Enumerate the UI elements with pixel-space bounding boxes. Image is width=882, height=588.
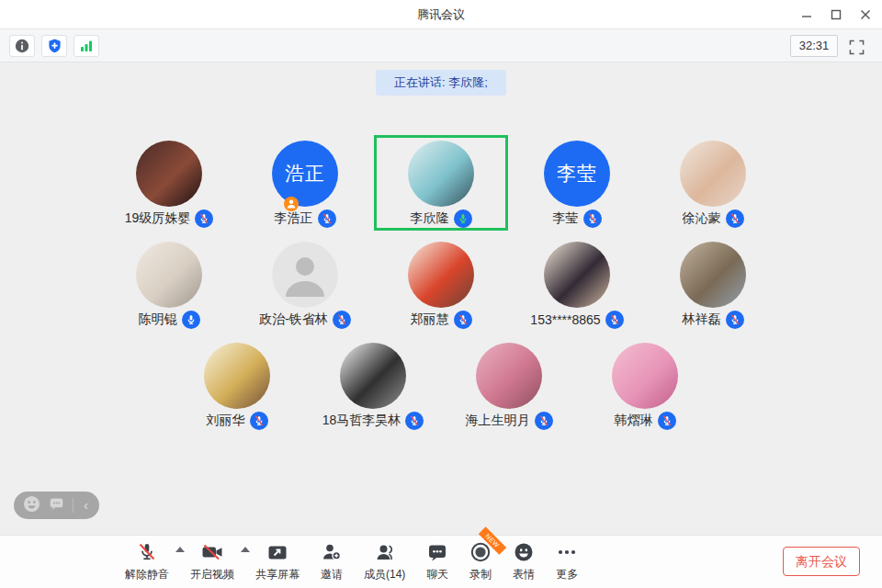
avatar: 李莹 bbox=[544, 141, 610, 207]
toolbar-item-camera[interactable]: 开启视频 bbox=[190, 540, 234, 582]
title-bar: 腾讯会议 bbox=[0, 0, 882, 29]
avatar bbox=[136, 242, 202, 308]
security-button[interactable] bbox=[41, 35, 67, 57]
minimize-button[interactable] bbox=[797, 6, 816, 24]
participant-name: 郑丽慧 bbox=[411, 311, 449, 328]
network-signal-button[interactable] bbox=[74, 35, 99, 57]
members-icon bbox=[374, 540, 396, 564]
chat-bubble-icon bbox=[426, 540, 448, 564]
participant-tile[interactable]: 刘丽华 bbox=[169, 336, 305, 435]
name-row: 韩熠琳 bbox=[615, 411, 676, 431]
camera-options-arrow[interactable] bbox=[241, 547, 250, 552]
toolbar-label: 共享屏幕 bbox=[255, 567, 300, 582]
participant-row-2: 陈明锟 政治-铁省林 bbox=[0, 235, 882, 334]
info-buttons bbox=[9, 35, 99, 57]
pill-divider bbox=[73, 498, 74, 513]
participant-tile[interactable]: 18马哲李昊林 bbox=[305, 336, 441, 435]
fullscreen-icon bbox=[849, 40, 865, 55]
participant-tile[interactable]: 林祥磊 bbox=[645, 235, 781, 334]
mic-status-icon bbox=[182, 311, 200, 329]
mic-muted-icon bbox=[136, 540, 158, 564]
meeting-info-bar: 32:31 bbox=[0, 29, 882, 62]
avatar-wrap bbox=[136, 141, 202, 207]
toolbar-item-chat[interactable]: 聊天 bbox=[426, 540, 448, 582]
name-row: 18马哲李昊林 bbox=[322, 411, 424, 431]
participant-tile[interactable]: 19级厉姝婴 bbox=[101, 134, 237, 233]
avatar bbox=[204, 343, 270, 409]
name-row: 153****8865 bbox=[530, 310, 623, 330]
avatar-wrap bbox=[204, 343, 270, 409]
toolbar-label: 邀请 bbox=[321, 567, 343, 582]
speaking-banner: 正在讲话: 李欣隆; bbox=[376, 70, 506, 96]
fullscreen-button[interactable] bbox=[847, 38, 865, 56]
participant-row-1: 19级厉姝婴 浩正 bbox=[0, 134, 882, 233]
toolbar-item-invite[interactable]: 邀请 bbox=[321, 540, 343, 582]
participant-tile[interactable]: 韩熠琳 bbox=[577, 336, 713, 435]
toolbar-item-unmute[interactable]: 解除静音 bbox=[125, 540, 169, 582]
avatar-wrap bbox=[680, 242, 746, 308]
avatar-wrap bbox=[340, 343, 406, 409]
emoji-reaction-icon[interactable] bbox=[23, 495, 40, 516]
window-title: 腾讯会议 bbox=[0, 0, 882, 29]
participant-tile[interactable]: 政治-铁省林 bbox=[237, 235, 373, 334]
participant-name: 徐沁蒙 bbox=[683, 210, 721, 227]
avatar-wrap: 浩正 bbox=[272, 141, 338, 207]
participant-name: 政治-铁省林 bbox=[259, 311, 328, 328]
toolbar-label: 解除静音 bbox=[125, 567, 169, 582]
close-button[interactable] bbox=[856, 6, 875, 24]
participant-tile[interactable]: 李欣隆 bbox=[373, 134, 509, 233]
participant-row-3: 刘丽华 18马哲李昊林 bbox=[0, 336, 882, 435]
avatar bbox=[612, 343, 678, 409]
meeting-info-button[interactable] bbox=[9, 35, 35, 57]
avatar bbox=[680, 242, 746, 308]
toolbar-item-members[interactable]: 成员(14) bbox=[364, 540, 405, 582]
toolbar-items: 解除静音 开启视频 共享屏幕 邀请 bbox=[125, 540, 578, 582]
participant-tile[interactable]: 陈明锟 bbox=[101, 235, 237, 334]
reactions-pill[interactable]: ‹ bbox=[14, 492, 99, 519]
emoji-icon bbox=[513, 540, 535, 564]
more-dots-icon bbox=[556, 540, 578, 564]
shield-plus-icon bbox=[48, 39, 62, 53]
participant-name: 153****8865 bbox=[530, 312, 600, 327]
collapse-chevron-icon[interactable]: ‹ bbox=[82, 492, 90, 519]
avatar-wrap bbox=[680, 141, 746, 207]
leave-meeting-button[interactable]: 离开会议 bbox=[783, 547, 860, 576]
participant-name: 19级厉姝婴 bbox=[125, 210, 191, 227]
invite-person-icon bbox=[321, 540, 343, 564]
host-badge-icon bbox=[284, 197, 299, 211]
toolbar-item-more[interactable]: 更多 bbox=[556, 540, 578, 582]
avatar bbox=[408, 141, 474, 207]
participant-tile[interactable]: 李莹 李莹 bbox=[509, 134, 645, 233]
toolbar-item-share-screen[interactable]: 共享屏幕 bbox=[255, 540, 300, 582]
maximize-button[interactable] bbox=[827, 6, 845, 24]
avatar-wrap bbox=[408, 242, 474, 308]
participant-tile[interactable]: 徐沁蒙 bbox=[645, 134, 781, 233]
meeting-timer: 32:31 bbox=[790, 35, 838, 57]
bottom-toolbar: 解除静音 开启视频 共享屏幕 邀请 bbox=[0, 535, 882, 588]
participant-tile[interactable]: 浩正 李浩正 bbox=[237, 134, 373, 233]
avatar: 浩正 bbox=[272, 141, 338, 207]
mic-status-icon bbox=[454, 209, 472, 228]
camera-off-icon bbox=[200, 540, 224, 564]
avatar-wrap: 李莹 bbox=[544, 141, 610, 207]
toolbar-label: 开启视频 bbox=[190, 567, 234, 582]
participant-tile[interactable]: 郑丽慧 bbox=[373, 235, 509, 334]
name-row: 陈明锟 bbox=[139, 310, 200, 330]
name-row: 海上生明月 bbox=[466, 411, 553, 431]
default-person-avatar bbox=[272, 242, 338, 308]
quick-chat-icon[interactable] bbox=[49, 496, 64, 515]
mic-options-arrow[interactable] bbox=[175, 547, 185, 552]
toolbar-item-emoji[interactable]: 表情 bbox=[513, 540, 535, 582]
mic-status-icon bbox=[454, 311, 472, 329]
avatar bbox=[476, 343, 542, 409]
name-row: 李莹 bbox=[553, 209, 602, 229]
avatar bbox=[340, 343, 406, 409]
toolbar-item-record[interactable]: 录制 NEW bbox=[469, 540, 492, 582]
window-controls bbox=[797, 0, 875, 29]
participant-tile[interactable]: 海上生明月 bbox=[441, 336, 577, 435]
mic-status-icon bbox=[333, 311, 351, 329]
participant-name: 18马哲李昊林 bbox=[322, 413, 401, 429]
avatar-wrap bbox=[272, 242, 338, 308]
toolbar-label: 表情 bbox=[513, 567, 535, 582]
participant-tile[interactable]: 153****8865 bbox=[509, 235, 645, 334]
